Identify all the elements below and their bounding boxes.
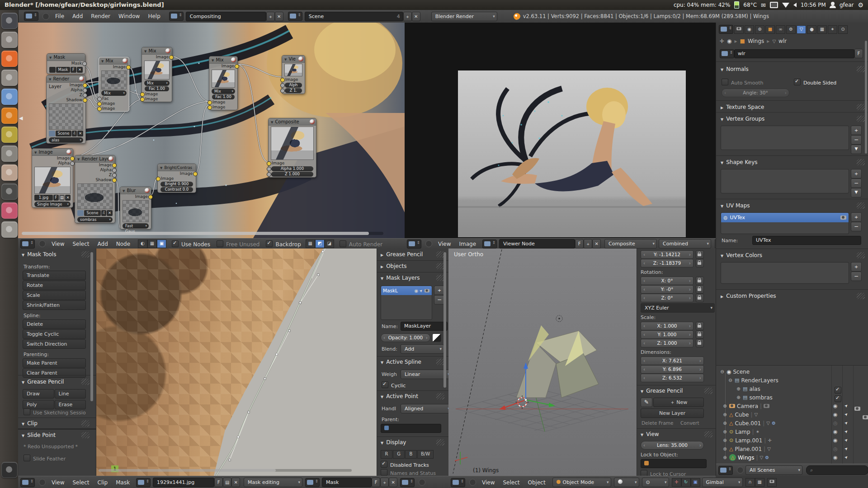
delete-scene-button[interactable]: ✕: [412, 12, 420, 21]
clear-parent-button[interactable]: Clear Parent: [23, 368, 86, 378]
menu-help[interactable]: Help: [144, 13, 164, 19]
mode-select[interactable]: Object Mode: [552, 478, 611, 487]
socket-shadow-out[interactable]: [83, 98, 87, 103]
menu-view[interactable]: View: [434, 241, 455, 247]
renderlayer-use-checkbox[interactable]: [835, 394, 844, 403]
gp-erase-button[interactable]: Erase: [55, 400, 86, 409]
dim-z-field[interactable]: Z: 6.532: [641, 374, 704, 382]
scene-datablock[interactable]: Scene4✕: [49, 131, 83, 136]
panel-grease-pencil[interactable]: Grease Pencil: [22, 379, 64, 385]
delete-layout-button[interactable]: ✕: [275, 12, 283, 21]
lock-button[interactable]: [696, 259, 704, 267]
region-collapse-arrow[interactable]: ◀: [19, 115, 23, 121]
rot-y-field[interactable]: Y: -0°: [641, 285, 693, 294]
rotation-mode-select[interactable]: XYZ Euler: [641, 303, 715, 313]
vgroup-specials-button[interactable]: ▼: [851, 145, 862, 154]
invert-gradient-button[interactable]: [432, 333, 441, 342]
menu-select[interactable]: Select: [68, 479, 93, 486]
panel-texture-space[interactable]: Texture Space: [721, 104, 764, 110]
node-mask[interactable]: Mask Mask MaskF✕: [47, 53, 85, 74]
mask-browse-icon[interactable]: [305, 478, 320, 487]
screen-layout-icon[interactable]: [169, 12, 184, 21]
gp-new-layer-button[interactable]: New Layer: [641, 408, 704, 418]
blend-mode-select[interactable]: Add: [401, 344, 444, 354]
node-mix-2[interactable]: Mix Image Mix Fac 1.00 Image Image: [142, 47, 172, 102]
backdrop-rgb-icon[interactable]: ◩: [315, 239, 325, 248]
dim-y-field[interactable]: Y: 6.896: [641, 365, 704, 374]
socket-image-in[interactable]: [267, 161, 271, 166]
mail-icon[interactable]: ✉: [761, 2, 766, 9]
clock[interactable]: 10:56 PM: [801, 2, 826, 8]
image-datablock-field[interactable]: 1929x1441.jpg: [153, 478, 214, 487]
tab-material[interactable]: ●: [807, 25, 816, 34]
gp-draw-button[interactable]: Draw: [23, 389, 54, 399]
tab-world[interactable]: ⊕: [755, 25, 764, 34]
scale-z-field[interactable]: Z: 1.000: [641, 339, 693, 347]
editor-type-button[interactable]: [451, 478, 465, 487]
unlink-image-button[interactable]: ✕: [592, 239, 601, 249]
editor-type-button[interactable]: [407, 239, 421, 249]
panel-vertex-colors[interactable]: Vertex Colors: [721, 252, 762, 258]
socket-image-in[interactable]: [156, 177, 160, 181]
outliner-search-field[interactable]: ⌕: [806, 465, 868, 475]
editor-type-button[interactable]: [20, 239, 35, 249]
tab-particles[interactable]: ✶: [828, 25, 837, 34]
wifi-icon[interactable]: [782, 3, 789, 8]
image-source-select[interactable]: Single Image: [34, 202, 71, 207]
bright-slider[interactable]: Bright 0.900: [160, 182, 193, 187]
outliner-row-sombras[interactable]: ⊕▤sombras: [736, 393, 773, 402]
vgroup-remove-button[interactable]: −: [851, 135, 862, 145]
menu-render[interactable]: Render: [87, 13, 114, 19]
translate-button[interactable]: Translate: [23, 271, 86, 280]
node-bright-contrast[interactable]: Bright/Contras Image Image Bright 0.900 …: [157, 164, 196, 193]
fac-slider[interactable]: Fac 1.00: [212, 94, 235, 99]
socket-z-in[interactable]: [280, 89, 285, 93]
tab-object-data[interactable]: ▽: [797, 25, 806, 34]
menu-node[interactable]: Node: [112, 241, 134, 247]
tab-render[interactable]: [734, 25, 744, 34]
backdrop-alpha-icon[interactable]: ▦: [306, 239, 315, 248]
loc-y-field[interactable]: Y: -1.14212: [641, 250, 693, 259]
blend-mode-select[interactable]: Mix: [101, 90, 127, 96]
manipulator-rotate-icon[interactable]: ↻: [681, 478, 691, 487]
fake-user-button[interactable]: F: [854, 49, 863, 58]
display-icon[interactable]: [770, 2, 778, 8]
loc-z-field[interactable]: Z: -1.18379: [641, 259, 693, 267]
scale-x-field[interactable]: X: 1.000: [641, 322, 693, 330]
menu-add[interactable]: Add: [68, 13, 87, 19]
node-header[interactable]: Vie: [282, 56, 305, 63]
socket-alpha-out[interactable]: [83, 88, 87, 93]
opacity-slider[interactable]: Opacity: 1.000: [381, 333, 430, 342]
socket-image-out[interactable]: [126, 65, 131, 70]
outliner-row-renderlayers[interactable]: ⊖▤RenderLayers: [728, 376, 778, 385]
camera-icon[interactable]: [863, 415, 868, 419]
socket-fac-in[interactable]: [97, 97, 102, 101]
snap-element-icon[interactable]: ▦: [755, 478, 764, 487]
node-image[interactable]: Image Image Alpha 1.jpgF▤✕ Single Image: [32, 148, 73, 208]
scale-button[interactable]: Scale: [23, 291, 86, 300]
socket-image-in[interactable]: [208, 105, 212, 110]
shading-select[interactable]: [614, 478, 639, 487]
cursor-icon[interactable]: ➤: [844, 420, 849, 426]
editor-type-button[interactable]: [20, 478, 35, 487]
layer-name-field[interactable]: MaskLayer: [401, 322, 448, 331]
channel-r-button[interactable]: R: [381, 450, 392, 459]
pin-icon[interactable]: [39, 240, 46, 247]
pin-icon[interactable]: [469, 479, 476, 486]
image-datablock[interactable]: 1.jpgF▤✕: [34, 195, 71, 201]
uv-name-field[interactable]: UVTex: [752, 236, 861, 245]
outliner-row-camera[interactable]: ⊕Camera|: [722, 402, 769, 410]
dock-icon-blender[interactable]: [1, 108, 18, 124]
display-channels-select[interactable]: Combined: [659, 239, 711, 249]
socket-z-in[interactable]: [267, 172, 271, 177]
node-composite[interactable]: Composite Image Alpha 1.000 Z 1.000: [268, 118, 316, 178]
node-header[interactable]: Render Layer: [75, 155, 115, 163]
gp-convert-button[interactable]: Convert: [680, 420, 699, 426]
panel-shape-keys[interactable]: Shape Keys: [721, 159, 758, 165]
editor-type-button[interactable]: [718, 466, 733, 475]
fake-user-button[interactable]: F: [372, 478, 380, 487]
handle-type-select[interactable]: Aligned: [401, 404, 448, 413]
new-mask-button[interactable]: ＋: [380, 478, 389, 487]
contrast-slider[interactable]: Contrast 0.0: [160, 187, 193, 192]
use-sketching-toggle[interactable]: Use Sketching Sessio: [24, 408, 86, 416]
